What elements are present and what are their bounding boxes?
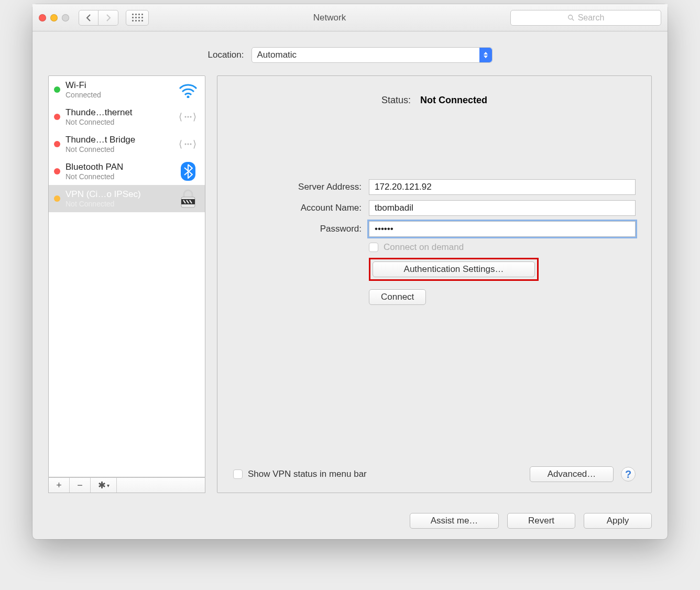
ethernet-icon: ⟨⟩ — [177, 107, 200, 126]
content-panel: Status: Not Connected Server Address: Ac… — [217, 75, 652, 493]
vpn-form: Server Address: Account Name: Password: … — [233, 179, 636, 305]
select-arrows-icon — [479, 48, 492, 62]
body: Wi-Fi Connected Thunde…thernet Not Conne… — [32, 75, 668, 504]
status-label: Status: — [381, 95, 411, 106]
svg-text:⟨: ⟨ — [179, 139, 182, 149]
server-address-input[interactable] — [369, 179, 636, 195]
location-row: Location: Automatic — [32, 31, 668, 75]
service-item-wifi[interactable]: Wi-Fi Connected — [49, 76, 205, 103]
service-name: Thunde…t Bridge — [65, 135, 171, 145]
status-value: Not Connected — [420, 95, 487, 106]
status-dot-icon — [54, 168, 60, 174]
annotation-highlight: Authentication Settings… — [369, 258, 539, 281]
minimize-window-button[interactable] — [50, 14, 58, 21]
wifi-icon — [177, 80, 200, 99]
status-dot-icon — [54, 114, 60, 120]
show-vpn-status-label: Show VPN status in menu bar — [248, 469, 367, 479]
bottom-button-row: Assist me… Revert Apply — [32, 504, 668, 539]
revert-button[interactable]: Revert — [507, 513, 575, 529]
service-status: Not Connected — [65, 200, 171, 208]
account-name-label: Account Name: — [233, 203, 362, 213]
service-list: Wi-Fi Connected Thunde…thernet Not Conne… — [48, 75, 205, 477]
assist-me-button[interactable]: Assist me… — [410, 513, 499, 529]
authentication-settings-button[interactable]: Authentication Settings… — [373, 261, 535, 277]
service-name: Wi-Fi — [65, 80, 171, 91]
traffic-lights — [39, 14, 69, 21]
help-button[interactable]: ? — [621, 467, 636, 482]
service-name: VPN (Ci…o IPSec) — [65, 189, 171, 200]
content-footer: Show VPN status in menu bar Advanced… ? — [233, 456, 636, 482]
password-label: Password: — [233, 224, 362, 234]
password-row: Password: — [233, 221, 636, 237]
svg-point-2 — [187, 96, 190, 99]
svg-text:⟩: ⟩ — [193, 112, 196, 122]
grid-icon — [132, 14, 143, 21]
auth-settings-row: Authentication Settings… — [233, 258, 636, 281]
svg-point-11 — [190, 144, 192, 145]
preferences-window: Network Search Location: Automatic Wi-Fi… — [32, 4, 668, 539]
zoom-window-button[interactable] — [62, 14, 69, 21]
svg-line-1 — [572, 18, 574, 20]
svg-text:⟩: ⟩ — [193, 139, 196, 149]
service-item-bluetooth-pan[interactable]: Bluetooth PAN Not Connected — [49, 158, 205, 185]
apply-button[interactable]: Apply — [584, 513, 652, 529]
location-label: Location: — [208, 50, 244, 60]
status-dot-icon — [54, 141, 60, 147]
service-item-thunderbolt-ethernet[interactable]: Thunde…thernet Not Connected ⟨⟩ — [49, 103, 205, 130]
add-service-button[interactable]: + — [49, 478, 70, 493]
service-status: Not Connected — [65, 145, 171, 154]
sidebar-toolbar: + − ✱▾ — [48, 477, 205, 493]
gear-icon: ✱ — [98, 479, 106, 491]
connect-button[interactable]: Connect — [369, 289, 426, 305]
connect-on-demand-row: Connect on demand — [233, 242, 636, 253]
chevron-right-icon — [105, 14, 112, 22]
status-dot-icon — [54, 86, 60, 93]
location-select[interactable]: Automatic — [251, 47, 493, 63]
service-name: Thunde…thernet — [65, 107, 171, 118]
close-window-button[interactable] — [39, 14, 46, 21]
show-all-button[interactable] — [126, 10, 149, 26]
back-button[interactable] — [79, 10, 99, 26]
svg-point-10 — [188, 144, 189, 145]
window-title: Network — [153, 13, 506, 23]
status-row: Status: Not Connected — [233, 95, 636, 106]
nav-buttons — [79, 10, 118, 26]
password-input[interactable] — [369, 221, 636, 237]
service-actions-button[interactable]: ✱▾ — [91, 478, 117, 493]
connect-on-demand-checkbox[interactable] — [369, 243, 378, 252]
titlebar: Network Search — [32, 4, 668, 31]
search-icon — [567, 14, 575, 21]
account-name-row: Account Name: — [233, 200, 636, 216]
service-name: Bluetooth PAN — [65, 162, 171, 172]
server-address-label: Server Address: — [233, 182, 362, 192]
svg-point-0 — [568, 15, 572, 19]
bluetooth-icon — [177, 162, 200, 181]
advanced-button[interactable]: Advanced… — [530, 466, 614, 482]
search-placeholder: Search — [578, 13, 605, 23]
remove-service-button[interactable]: − — [70, 478, 91, 493]
lock-icon — [177, 189, 200, 208]
service-item-thunderbolt-bridge[interactable]: Thunde…t Bridge Not Connected ⟨⟩ — [49, 130, 205, 158]
show-vpn-status-checkbox[interactable] — [233, 469, 243, 479]
location-value: Automatic — [257, 50, 297, 60]
service-status: Not Connected — [65, 172, 171, 181]
connect-row: Connect — [233, 289, 636, 305]
chevron-down-icon: ▾ — [107, 483, 110, 488]
svg-point-5 — [188, 116, 189, 118]
service-status: Connected — [65, 91, 171, 99]
service-status: Not Connected — [65, 118, 171, 126]
svg-point-9 — [185, 144, 187, 145]
forward-button[interactable] — [99, 10, 118, 26]
account-name-input[interactable] — [369, 200, 636, 216]
status-dot-icon — [54, 195, 60, 202]
svg-text:⟨: ⟨ — [179, 112, 182, 122]
ethernet-icon: ⟨⟩ — [177, 135, 200, 154]
sidebar: Wi-Fi Connected Thunde…thernet Not Conne… — [48, 75, 205, 493]
search-input[interactable]: Search — [510, 10, 661, 26]
chevron-left-icon — [85, 14, 92, 22]
svg-point-6 — [190, 116, 192, 118]
service-item-vpn[interactable]: VPN (Ci…o IPSec) Not Connected — [49, 185, 205, 212]
server-address-row: Server Address: — [233, 179, 636, 195]
connect-on-demand-label: Connect on demand — [384, 242, 464, 253]
svg-point-4 — [185, 116, 187, 118]
